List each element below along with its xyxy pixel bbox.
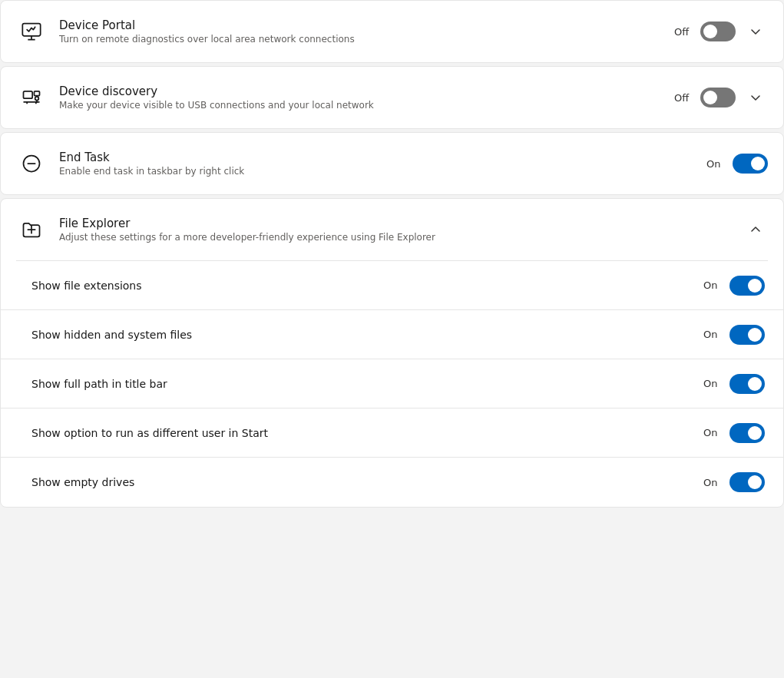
setting-desc-device-discovery: Make your device visible to USB connecti… bbox=[59, 100, 674, 111]
setting-text-device-discovery: Device discoveryMake your device visible… bbox=[59, 84, 674, 111]
setting-title-end-task: End Task bbox=[59, 150, 706, 164]
setting-control-end-task: On bbox=[706, 154, 768, 174]
setting-card-device-portal: Device PortalTurn on remote diagnostics … bbox=[0, 0, 784, 63]
monitor-diagnostic-icon bbox=[16, 16, 47, 47]
sub-toggle-slider-show-empty-drives bbox=[729, 472, 765, 492]
setting-title-device-portal: Device Portal bbox=[59, 18, 674, 32]
sub-setting-status-show-full-path: On bbox=[703, 378, 722, 389]
sub-toggle-show-hidden-system-files[interactable] bbox=[729, 325, 765, 345]
setting-control-device-discovery: Off bbox=[674, 85, 768, 110]
setting-text-device-portal: Device PortalTurn on remote diagnostics … bbox=[59, 18, 674, 45]
setting-card-device-discovery: Device discoveryMake your device visible… bbox=[0, 66, 784, 129]
sub-setting-title-show-full-path: Show full path in title bar bbox=[31, 378, 703, 390]
sub-setting-row-show-run-as-different-user: Show option to run as different user in … bbox=[1, 408, 783, 458]
device-discovery-icon bbox=[16, 82, 47, 113]
setting-main-row-device-discovery: Device discoveryMake your device visible… bbox=[1, 67, 783, 128]
sub-setting-control-show-run-as-different-user: On bbox=[703, 423, 765, 443]
setting-status-end-task: On bbox=[706, 158, 725, 170]
sub-toggle-slider-show-run-as-different-user bbox=[729, 423, 765, 443]
sub-setting-control-show-file-extensions: On bbox=[703, 276, 765, 296]
setting-control-device-portal: Off bbox=[674, 19, 768, 44]
file-explorer-icon bbox=[16, 214, 47, 245]
svg-rect-2 bbox=[35, 91, 40, 96]
sub-setting-row-show-hidden-system-files: Show hidden and system filesOn bbox=[1, 310, 783, 359]
toggle-slider-device-portal bbox=[700, 21, 736, 41]
setting-title-device-discovery: Device discovery bbox=[59, 84, 674, 98]
setting-text-file-explorer: File ExplorerAdjust these settings for a… bbox=[59, 217, 743, 243]
setting-text-end-task: End TaskEnable end task in taskbar by ri… bbox=[59, 150, 706, 177]
sub-toggle-slider-show-hidden-system-files bbox=[729, 325, 765, 345]
toggle-end-task[interactable] bbox=[733, 154, 768, 174]
toggle-device-discovery[interactable] bbox=[700, 88, 736, 107]
toggle-slider-device-discovery bbox=[700, 88, 736, 107]
svg-rect-0 bbox=[22, 24, 40, 36]
sub-setting-control-show-full-path: On bbox=[703, 374, 765, 394]
svg-rect-1 bbox=[24, 91, 33, 98]
sub-setting-status-show-empty-drives: On bbox=[703, 477, 722, 488]
sub-setting-row-show-file-extensions: Show file extensionsOn bbox=[1, 261, 783, 310]
setting-main-row-end-task: End TaskEnable end task in taskbar by ri… bbox=[1, 133, 783, 194]
chevron-btn-file-explorer[interactable] bbox=[743, 217, 768, 242]
setting-status-device-discovery: Off bbox=[674, 92, 693, 104]
setting-title-file-explorer: File Explorer bbox=[59, 217, 743, 230]
setting-main-row-file-explorer: File ExplorerAdjust these settings for a… bbox=[1, 199, 783, 260]
end-task-icon bbox=[16, 148, 47, 179]
setting-card-file-explorer: File ExplorerAdjust these settings for a… bbox=[0, 198, 784, 508]
setting-desc-end-task: Enable end task in taskbar by right clic… bbox=[59, 166, 706, 177]
svg-point-3 bbox=[35, 97, 39, 101]
chevron-btn-device-portal[interactable] bbox=[743, 19, 768, 44]
setting-control-file-explorer bbox=[743, 217, 768, 242]
sub-setting-title-show-run-as-different-user: Show option to run as different user in … bbox=[31, 427, 703, 439]
settings-container: Device PortalTurn on remote diagnostics … bbox=[0, 0, 784, 508]
sub-setting-title-show-hidden-system-files: Show hidden and system files bbox=[31, 329, 703, 341]
setting-desc-device-portal: Turn on remote diagnostics over local ar… bbox=[59, 34, 674, 45]
setting-status-device-portal: Off bbox=[674, 26, 693, 38]
toggle-device-portal[interactable] bbox=[700, 21, 736, 41]
sub-toggle-slider-show-file-extensions bbox=[729, 276, 765, 296]
chevron-btn-device-discovery[interactable] bbox=[743, 85, 768, 110]
sub-toggle-show-empty-drives[interactable] bbox=[729, 472, 765, 492]
sub-toggle-show-full-path[interactable] bbox=[729, 374, 765, 394]
sub-setting-status-show-hidden-system-files: On bbox=[703, 329, 722, 340]
sub-setting-title-show-empty-drives: Show empty drives bbox=[31, 476, 703, 488]
sub-setting-control-show-empty-drives: On bbox=[703, 472, 765, 492]
sub-setting-status-show-file-extensions: On bbox=[703, 279, 722, 291]
sub-toggle-slider-show-full-path bbox=[729, 374, 765, 394]
sub-toggle-show-file-extensions[interactable] bbox=[729, 276, 765, 296]
setting-main-row-device-portal: Device PortalTurn on remote diagnostics … bbox=[1, 1, 783, 62]
sub-setting-row-show-full-path: Show full path in title barOn bbox=[1, 359, 783, 408]
sub-setting-title-show-file-extensions: Show file extensions bbox=[31, 279, 703, 292]
sub-setting-control-show-hidden-system-files: On bbox=[703, 325, 765, 345]
setting-card-end-task: End TaskEnable end task in taskbar by ri… bbox=[0, 132, 784, 195]
sub-setting-row-show-empty-drives: Show empty drivesOn bbox=[1, 458, 783, 507]
sub-toggle-show-run-as-different-user[interactable] bbox=[729, 423, 765, 443]
sub-setting-status-show-run-as-different-user: On bbox=[703, 427, 722, 438]
toggle-slider-end-task bbox=[733, 154, 768, 174]
setting-desc-file-explorer: Adjust these settings for a more develop… bbox=[59, 232, 743, 243]
